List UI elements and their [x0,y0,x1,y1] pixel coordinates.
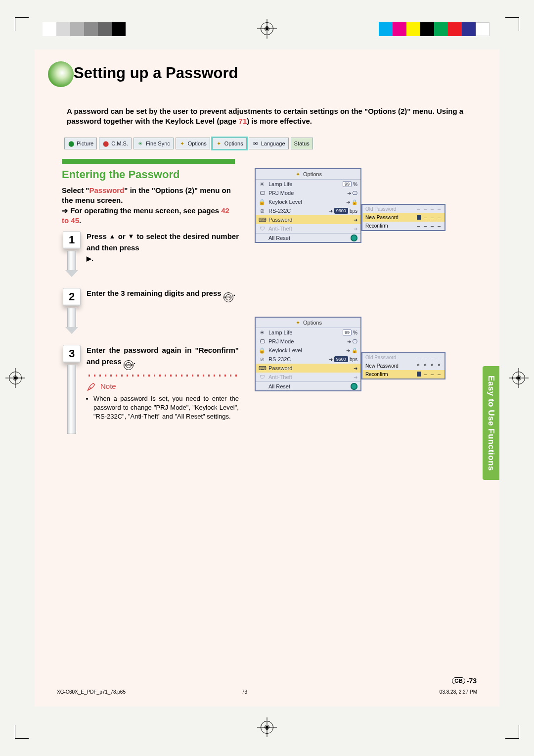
tab-label: Picture [77,141,93,146]
grayscale-bar [43,22,126,36]
osd-row-icon: ⌨ [259,217,266,223]
osd-row-prjmode: 🖵PRJ Mode➜ [256,337,360,346]
osd-row-icon: 🛡 [259,226,266,232]
step-number-3: 3 [63,345,81,363]
pw-cells: ––– [417,372,442,377]
osd-screenshot-2: ✦Options ☀Lamp Life99%🖵PRJ Mode➜🔒Keylock… [255,317,361,391]
registration-mark-right [512,372,525,384]
color-swatch [406,22,420,36]
step-number-2: 2 [63,288,81,306]
step-2: 2 Enter the 3 remaining digits and press… [62,288,239,334]
pw-label: Reconfirm [365,372,414,377]
osd-row-icon: ⎚ [259,356,266,362]
osd-row-value: ➜ [347,190,357,196]
step-arrow-down-icon [65,270,78,277]
pw-label: New Password [365,215,414,220]
select-text-red: Password [89,186,124,194]
side-tab: Easy to Use Functions [483,366,499,480]
registration-mark-left [9,372,22,384]
osd-row-allreset: All Reset [256,233,360,242]
menu-tab-finesync[interactable]: ✳Fine Sync [134,138,174,149]
menu-tab-picture[interactable]: ⬤Picture [64,138,97,149]
osd-row-rsc: ⎚RS-232C➜9600bps [256,355,360,364]
select-instruction: Select "Password" in the "Options (2)" m… [62,186,235,226]
crop-bottom-right [505,725,519,739]
pw-label: Reconfirm [365,223,414,229]
osd-row-icon: ☀ [259,181,266,188]
lock-icon [352,199,357,205]
down-triangle-icon: ▼ [128,233,134,240]
osd-row-value: ➜ [354,375,357,380]
osd-row-icon: 🔒 [259,199,266,205]
osd-row-icon: 🔒 [259,347,266,354]
menu-tab-language[interactable]: ✉Language [249,138,289,149]
osd-row-antitheft: 🛡Anti-Theft➜ [256,373,360,381]
osd-row-value: ➜ [346,348,357,353]
registration-mark-bottom [261,721,273,734]
pw-cells: ––– [417,215,442,220]
osd-row-icon: ⌨ [259,365,266,372]
menu-tab-options[interactable]: ✦Options [212,138,247,149]
color-bar [379,22,490,36]
note-label: Note [100,381,116,392]
tab-icon: ✳ [137,140,144,147]
osd-row-icon: ☀ [259,330,266,336]
menu-tab-status[interactable]: Status [291,138,313,149]
osd-row-keylocklevel: 🔒Keylock Level➜ [256,346,360,355]
steps-list: 1 Press ▲ or ▼ to select the desired num… [62,231,239,445]
up-triangle-icon: ▲ [109,233,116,240]
tab-label: C.M.S. [111,141,128,146]
osd-row-value [351,383,357,390]
footer-page: 73 [242,689,247,695]
step-3: 3 Enter the password again in "Reconfirm… [62,345,239,434]
intro-text-2: ) is more effective. [247,117,312,125]
menu-tab-options[interactable]: ✦Options [176,138,210,149]
intro-text: A password can be set by the user to pre… [67,106,472,127]
dotted-divider [87,374,239,377]
osd-row-label: PRJ Mode [268,338,344,344]
osd-panel: ✦Options ☀Lamp Life99%🖵PRJ Mode➜🔒Keylock… [255,168,361,243]
tab-label: Options [188,141,207,146]
step-arrow-down-icon [65,327,78,334]
select-text-3a: ➔ For operating the menu screen, see pag… [62,206,221,215]
step-connector [67,308,76,328]
osd-row-icon: 🖵 [259,338,266,344]
osd-row-label: Password [268,365,351,371]
gray-swatch [84,22,98,36]
pw-cells: **** [417,363,442,369]
lock-icon [352,348,357,353]
step-1-body: Press ▲ or ▼ to select the desired numbe… [87,231,239,277]
screen-icon [353,339,357,344]
registration-mark-top [261,22,273,35]
color-swatch [434,22,448,36]
enter-button-icon: ENTER [124,360,134,370]
osd-row-label: Anti-Theft [268,374,351,380]
pw-label: New Password [365,363,414,369]
osd-row-allreset: All Reset [256,381,360,390]
page-title: Setting up a Password [74,64,238,82]
footer-filename: XG-C60X_E_PDF_p71_78.p65 [57,689,126,695]
crop-top-left [15,17,29,31]
step-3-body: Enter the password again in "Reconfirm" … [87,345,239,434]
tab-label: Options [224,141,243,146]
pw-cursor [417,372,421,377]
password-entry-box: Old Password––––New Password–––Reconfirm… [361,204,445,231]
osd-row-label: Keylock Level [268,199,343,205]
osd-row-label: RS-232C [268,356,326,362]
osd-row-value: 99% [343,181,357,187]
intro-pageref: 71 [239,117,247,125]
step-number-1: 1 [63,231,81,249]
osd-row-label: All Reset [268,383,348,389]
gray-swatch [56,22,70,36]
step-1: 1 Press ▲ or ▼ to select the desired num… [62,231,239,277]
menu-tab-cms[interactable]: ⬤C.M.S. [99,138,132,149]
footer-metadata: XG-C60X_E_PDF_p71_78.p65 73 03.8.28, 2:2… [57,689,477,695]
section-heading: Entering the Password [62,168,179,181]
note-text: When a password is set, you need to ente… [93,394,239,422]
crop-top-right [505,17,519,31]
osd-row-value: ➜ [346,199,357,205]
osd-row-value: ➜ [354,366,357,371]
osd-row-label: Keylock Level [268,347,343,353]
pw-label: Old Password [365,355,414,360]
page-number-value: -73 [467,677,477,685]
